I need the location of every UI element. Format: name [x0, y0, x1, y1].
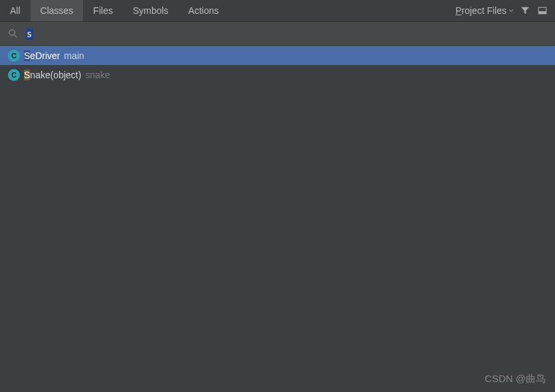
search-bar: s — [0, 22, 555, 46]
results-list: C SeDriver main C Snake(object) snake — [0, 46, 555, 84]
scope-label: roject Files — [461, 5, 507, 16]
search-tabs: All Classes Files Symbols Actions Projec… — [0, 0, 555, 22]
result-location: snake — [85, 70, 110, 80]
search-input[interactable]: s — [26, 27, 33, 40]
svg-line-3 — [14, 34, 17, 37]
tab-classes[interactable]: Classes — [31, 0, 84, 21]
scope-hotkey: P — [455, 5, 461, 16]
result-name: SeDriver — [24, 50, 60, 61]
tab-symbols[interactable]: Symbols — [123, 0, 179, 21]
result-item[interactable]: C SeDriver main — [0, 46, 555, 65]
svg-rect-1 — [538, 11, 546, 14]
watermark: CSDN @曲鸟 — [485, 373, 546, 385]
class-icon: C — [8, 50, 20, 62]
scope-selector[interactable]: Project Files — [453, 5, 516, 16]
search-icon — [8, 29, 18, 38]
result-item[interactable]: C Snake(object) snake — [0, 65, 555, 84]
result-name: Snake(object) — [24, 70, 81, 80]
open-in-tool-window-icon[interactable] — [534, 0, 551, 22]
filter-icon[interactable] — [516, 0, 534, 22]
chevron-down-icon — [509, 7, 514, 15]
tab-files[interactable]: Files — [83, 0, 123, 21]
result-location: main — [64, 50, 84, 61]
tab-all[interactable]: All — [0, 0, 31, 21]
class-icon: C — [8, 69, 20, 81]
search-query-text: s — [26, 28, 33, 40]
svg-point-2 — [9, 30, 15, 35]
tab-actions[interactable]: Actions — [179, 0, 229, 21]
